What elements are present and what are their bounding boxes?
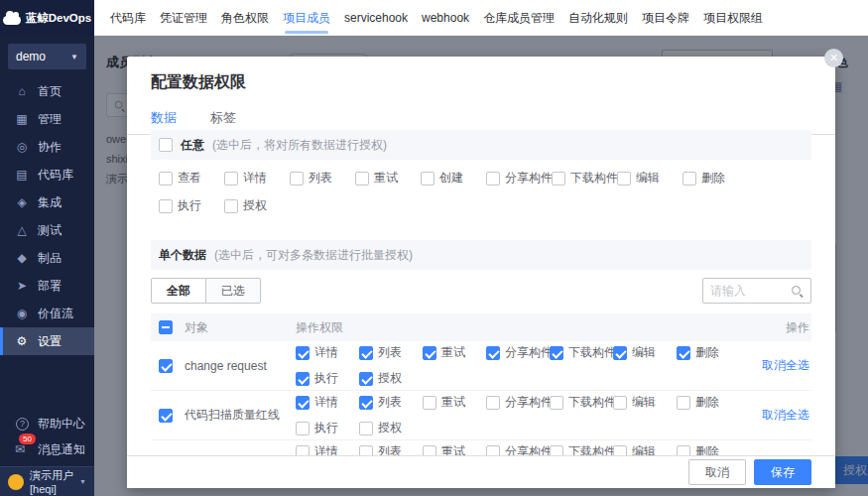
permission-option[interactable]: 重试 bbox=[423, 344, 486, 361]
permission-option[interactable]: 编辑 bbox=[613, 443, 677, 455]
permission-option[interactable]: 编辑 bbox=[613, 394, 677, 411]
checkbox[interactable] bbox=[677, 396, 690, 410]
checkbox[interactable] bbox=[421, 172, 434, 186]
close-icon[interactable]: ✕ bbox=[824, 49, 843, 67]
sidebar-item-1[interactable]: ⌂首页 bbox=[0, 77, 94, 105]
checkbox[interactable] bbox=[617, 172, 631, 186]
permission-option[interactable]: 下载构件 bbox=[550, 394, 613, 411]
permission-option[interactable]: 列表 bbox=[359, 394, 423, 411]
permission-option[interactable]: 分享构件 bbox=[486, 394, 550, 411]
permission-option[interactable]: 授权 bbox=[359, 370, 423, 387]
checkbox[interactable] bbox=[290, 172, 304, 186]
checkbox[interactable] bbox=[486, 445, 500, 456]
permission-option[interactable]: 详情 bbox=[296, 443, 359, 455]
checkbox[interactable] bbox=[552, 172, 565, 186]
permission-option[interactable]: 分享构件 bbox=[486, 344, 550, 361]
permission-option[interactable]: 下载构件 bbox=[552, 170, 617, 186]
checkbox[interactable] bbox=[159, 199, 173, 213]
sidebar-item-5[interactable]: ◈集成 bbox=[0, 188, 94, 216]
nav-item-8[interactable]: 自动化规则 bbox=[568, 0, 628, 36]
nav-item-9[interactable]: 项目令牌 bbox=[642, 0, 689, 36]
select-all-checkbox[interactable] bbox=[159, 320, 173, 334]
checkbox[interactable] bbox=[159, 409, 173, 423]
checkbox[interactable] bbox=[423, 396, 436, 410]
checkbox[interactable] bbox=[296, 445, 310, 456]
checkbox[interactable] bbox=[486, 346, 500, 360]
permission-option[interactable]: 下载构件 bbox=[550, 344, 613, 361]
checkbox[interactable] bbox=[355, 172, 369, 186]
permission-option[interactable]: 重试 bbox=[355, 170, 421, 186]
checkbox[interactable] bbox=[613, 346, 627, 360]
permission-option[interactable]: 删除 bbox=[677, 394, 740, 411]
permission-option[interactable]: 执行 bbox=[296, 370, 359, 387]
any-data-checkbox[interactable] bbox=[159, 138, 173, 152]
sidebar-item-3[interactable]: ◎协作 bbox=[0, 133, 94, 161]
toggle-select-all-link[interactable]: 取消全选 bbox=[762, 408, 809, 422]
nav-item-5[interactable]: servicehook bbox=[344, 0, 408, 36]
permission-option[interactable]: 分享构件 bbox=[486, 170, 552, 186]
sidebar-item-2[interactable]: ▦管理 bbox=[0, 105, 94, 133]
checkbox[interactable] bbox=[550, 396, 563, 410]
checkbox[interactable] bbox=[159, 359, 173, 373]
checkbox[interactable] bbox=[224, 172, 238, 186]
sidebar-item-help[interactable]: ? 帮助中心 bbox=[0, 411, 94, 436]
sidebar-item-6[interactable]: △测试 bbox=[0, 216, 94, 244]
checkbox[interactable] bbox=[296, 372, 310, 386]
checkbox[interactable] bbox=[550, 346, 563, 360]
checkbox[interactable] bbox=[677, 346, 690, 360]
permission-option[interactable]: 创建 bbox=[421, 170, 486, 186]
checkbox[interactable] bbox=[613, 445, 627, 456]
sidebar-item-notifications[interactable]: ✉ 50 消息通知 bbox=[0, 436, 94, 462]
checkbox[interactable] bbox=[613, 396, 627, 410]
nav-item-2[interactable]: 凭证管理 bbox=[160, 0, 207, 36]
user-menu[interactable]: 演示用户[heqi] ▼ bbox=[0, 466, 94, 496]
checkbox[interactable] bbox=[359, 422, 373, 435]
checkbox[interactable] bbox=[296, 346, 310, 360]
sidebar-item-4[interactable]: ▤代码库 bbox=[0, 161, 94, 188]
permission-option[interactable]: 列表 bbox=[359, 344, 423, 361]
permission-option[interactable]: 删除 bbox=[677, 344, 740, 361]
sidebar-item-8[interactable]: ➤部署 bbox=[0, 272, 94, 300]
checkbox[interactable] bbox=[359, 346, 373, 360]
permission-option[interactable]: 授权 bbox=[224, 197, 290, 214]
checkbox[interactable] bbox=[677, 445, 690, 456]
checkbox[interactable] bbox=[224, 199, 238, 213]
table-search-input[interactable] bbox=[710, 284, 791, 298]
table-search[interactable] bbox=[702, 278, 811, 304]
permission-option[interactable]: 列表 bbox=[290, 170, 355, 186]
checkbox[interactable] bbox=[359, 445, 373, 456]
permission-option[interactable]: 查看 bbox=[159, 170, 224, 186]
checkbox[interactable] bbox=[486, 172, 500, 186]
checkbox[interactable] bbox=[359, 372, 373, 386]
permission-option[interactable]: 分享构件 bbox=[486, 443, 550, 455]
toggle-select-all-link[interactable]: 取消全选 bbox=[762, 358, 809, 372]
sidebar-item-9[interactable]: ◉价值流 bbox=[0, 300, 94, 327]
permission-option[interactable]: 详情 bbox=[296, 394, 359, 411]
nav-item-4[interactable]: 项目成员 bbox=[283, 0, 330, 36]
checkbox[interactable] bbox=[682, 172, 696, 186]
sidebar-item-10[interactable]: ⚙设置 bbox=[0, 327, 94, 355]
nav-item-6[interactable]: webhook bbox=[422, 0, 469, 36]
checkbox[interactable] bbox=[423, 445, 436, 456]
permission-option[interactable]: 编辑 bbox=[613, 344, 677, 361]
filter-selected-button[interactable]: 已选 bbox=[205, 278, 261, 304]
permission-option[interactable]: 列表 bbox=[359, 443, 423, 455]
checkbox[interactable] bbox=[550, 445, 563, 456]
permission-option[interactable]: 授权 bbox=[359, 420, 423, 436]
permission-option[interactable]: 详情 bbox=[296, 344, 359, 361]
checkbox[interactable] bbox=[296, 422, 310, 435]
sidebar-item-7[interactable]: ◆制品 bbox=[0, 244, 94, 272]
save-button[interactable]: 保存 bbox=[754, 459, 811, 485]
checkbox[interactable] bbox=[296, 396, 310, 410]
checkbox[interactable] bbox=[486, 396, 500, 410]
permission-option[interactable]: 删除 bbox=[677, 443, 740, 455]
nav-item-7[interactable]: 仓库成员管理 bbox=[483, 0, 555, 36]
permission-option[interactable]: 执行 bbox=[159, 197, 224, 214]
project-select[interactable]: demo ▼ bbox=[8, 44, 86, 69]
nav-item-10[interactable]: 项目权限组 bbox=[703, 0, 763, 36]
permission-option[interactable]: 重试 bbox=[423, 394, 486, 411]
permission-option[interactable]: 执行 bbox=[296, 420, 359, 436]
nav-item-3[interactable]: 角色权限 bbox=[221, 0, 269, 36]
checkbox[interactable] bbox=[423, 346, 436, 360]
permission-option[interactable]: 删除 bbox=[682, 170, 748, 186]
